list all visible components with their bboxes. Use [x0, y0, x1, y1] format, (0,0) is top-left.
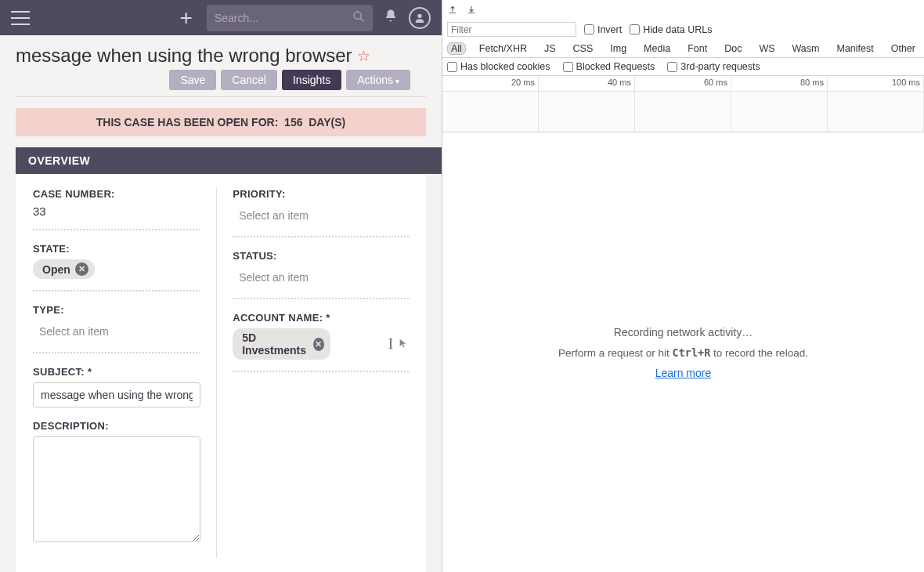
state-chip[interactable]: Open ✕	[33, 259, 95, 279]
timeline-lane	[828, 92, 924, 132]
field-description: DESCRIPTION:	[33, 420, 200, 545]
favorite-star-icon[interactable]: ☆	[357, 47, 370, 65]
search-input[interactable]	[215, 12, 352, 24]
account-chip[interactable]: 5D Investments ✕	[233, 328, 330, 360]
filter-type-font[interactable]: Font	[684, 42, 711, 55]
filter-type-doc[interactable]: Doc	[720, 42, 745, 55]
remove-state-icon[interactable]: ✕	[75, 262, 88, 276]
field-type: TYPE: Select an item	[33, 304, 200, 353]
description-label: DESCRIPTION:	[33, 420, 200, 432]
actions-dropdown[interactable]: Actions	[346, 70, 410, 90]
add-icon[interactable]: +	[177, 5, 196, 31]
search-box[interactable]	[207, 5, 373, 31]
field-priority: PRIORITY: Select an item	[233, 188, 409, 237]
account-chip-label: 5D Investments	[242, 331, 309, 357]
user-avatar-icon[interactable]	[409, 7, 431, 29]
save-button[interactable]: Save	[169, 70, 216, 90]
svg-point-0	[354, 12, 361, 19]
page-title: message when using the wrong browser	[16, 45, 352, 67]
filter-type-all[interactable]: All	[447, 42, 466, 55]
field-state: STATE: Open ✕	[33, 243, 200, 291]
remove-account-icon[interactable]: ✕	[313, 338, 324, 351]
column-divider	[216, 188, 217, 558]
crm-panel: + message when using the wrong browser ☆…	[0, 0, 442, 572]
field-status: STATUS: Select an item	[233, 250, 409, 299]
state-label: STATE:	[33, 243, 200, 255]
invert-checkbox[interactable]: Invert	[584, 24, 622, 35]
network-empty-state: Recording network activity… Perform a re…	[442, 132, 924, 572]
account-label: ACCOUNT NAME: *	[233, 312, 409, 324]
subject-label: SUBJECT: *	[33, 366, 200, 378]
third-party-checkbox[interactable]: 3rd-party requests	[667, 61, 760, 72]
search-icon[interactable]	[352, 10, 365, 26]
recording-text: Recording network activity…	[614, 326, 753, 338]
upload-icon[interactable]	[447, 5, 458, 18]
mouse-pointer-icon	[398, 336, 409, 353]
tab-overview[interactable]: OVERVIEW	[16, 147, 442, 174]
timeline-tick: 20 ms	[442, 76, 539, 91]
timeline-tick: 60 ms	[635, 76, 731, 91]
insights-button[interactable]: Insights	[282, 70, 341, 90]
timeline-lane	[635, 92, 731, 132]
filter-type-other[interactable]: Other	[887, 42, 919, 55]
reload-hint: Perform a request or hit Ctrl+R to recor…	[558, 346, 808, 359]
filter-type-fetchxhr[interactable]: Fetch/XHR	[475, 42, 531, 55]
download-icon[interactable]	[466, 5, 477, 18]
network-filter-input[interactable]	[447, 22, 576, 37]
devtools-checks-row: Has blocked cookies Blocked Requests 3rd…	[442, 58, 924, 76]
status-select[interactable]: Select an item	[233, 266, 409, 287]
devtools-filter-row: Invert Hide data URLs	[442, 19, 924, 40]
learn-more-link[interactable]: Learn more	[655, 367, 712, 379]
timeline-tick: 100 ms	[828, 76, 924, 91]
text-cursor-icon: I	[388, 336, 393, 353]
filter-type-img[interactable]: Img	[606, 42, 630, 55]
menu-icon[interactable]	[11, 11, 30, 25]
title-row: message when using the wrong browser ☆	[0, 35, 442, 70]
priority-select[interactable]: Select an item	[233, 205, 409, 225]
filter-type-css[interactable]: CSS	[569, 42, 597, 55]
blocked-cookies-checkbox[interactable]: Has blocked cookies	[447, 61, 550, 72]
priority-label: PRIORITY:	[233, 188, 409, 200]
case-number-value: 33	[33, 205, 200, 218]
timeline-lane	[731, 92, 828, 132]
request-type-filters: AllFetch/XHRJSCSSImgMediaFontDocWSWasmMa…	[442, 40, 924, 58]
case-number-label: CASE NUMBER:	[33, 188, 200, 200]
filter-type-wasm[interactable]: Wasm	[789, 42, 824, 55]
timeline-tick: 80 ms	[731, 76, 828, 91]
left-column: CASE NUMBER: 33 STATE: Open ✕ TYPE: Sele…	[33, 188, 200, 558]
type-select[interactable]: Select an item	[33, 320, 200, 341]
notifications-icon[interactable]	[384, 9, 398, 27]
right-column: PRIORITY: Select an item STATUS: Select …	[233, 188, 409, 558]
blocked-requests-checkbox[interactable]: Blocked Requests	[563, 61, 655, 72]
crm-top-bar: +	[0, 0, 442, 35]
svg-line-1	[360, 18, 363, 21]
timeline-lane	[539, 92, 635, 132]
network-timeline[interactable]: 20 ms40 ms60 ms80 ms100 ms	[442, 76, 924, 132]
state-chip-label: Open	[42, 263, 70, 276]
svg-point-2	[417, 13, 421, 17]
open-duration-banner: THIS CASE HAS BEEN OPEN FOR: 156 DAY(S)	[16, 108, 426, 136]
devtools-panel: Invert Hide data URLs AllFetch/XHRJSCSSI…	[442, 0, 924, 572]
filter-type-js[interactable]: JS	[540, 42, 560, 55]
overview-card: CASE NUMBER: 33 STATE: Open ✕ TYPE: Sele…	[16, 174, 426, 572]
type-label: TYPE:	[33, 304, 200, 316]
timeline-lane	[442, 92, 539, 132]
status-label: STATUS:	[233, 250, 409, 262]
devtools-toolbar	[442, 0, 924, 19]
timeline-tick: 40 ms	[539, 76, 635, 91]
filter-type-manifest[interactable]: Manifest	[832, 42, 877, 55]
field-subject: SUBJECT: *	[33, 366, 200, 407]
filter-type-ws[interactable]: WS	[755, 42, 778, 55]
field-account: ACCOUNT NAME: * 5D Investments ✕ I	[233, 312, 409, 372]
description-textarea[interactable]	[33, 436, 200, 542]
action-buttons: Save Cancel Insights Actions	[16, 70, 426, 97]
subject-input[interactable]	[33, 382, 200, 407]
hide-data-urls-checkbox[interactable]: Hide data URLs	[630, 24, 712, 35]
filter-type-media[interactable]: Media	[640, 42, 674, 55]
cancel-button[interactable]: Cancel	[221, 70, 277, 90]
field-case-number: CASE NUMBER: 33	[33, 188, 200, 230]
